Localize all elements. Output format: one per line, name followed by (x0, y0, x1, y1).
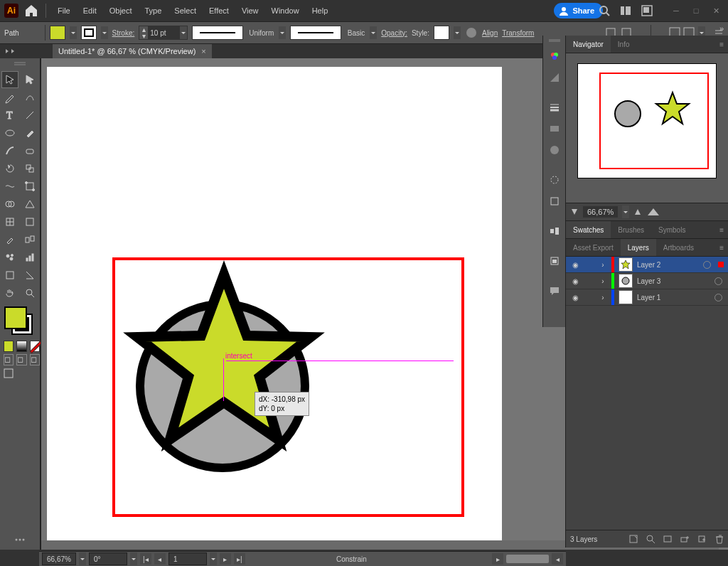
var-width-dropdown[interactable] (279, 26, 286, 39)
layer-name[interactable]: Layer 3 (637, 277, 660, 285)
libraries-panel-icon[interactable] (545, 251, 564, 271)
locate-icon[interactable] (646, 534, 655, 544)
color-mode-icon[interactable] (4, 341, 14, 352)
expand-panels-icon[interactable]: » (719, 24, 724, 33)
panel-menu-icon[interactable]: ≡ (719, 226, 724, 234)
document-tab[interactable]: Untitled-1* @ 66,67 % (CMYK/Preview) × (53, 44, 212, 58)
zoom-out-icon[interactable] (570, 208, 579, 216)
fill-dropdown[interactable] (70, 26, 77, 39)
chevron-right-icon[interactable]: › (599, 277, 607, 285)
home-icon[interactable] (24, 4, 38, 18)
menu-help[interactable]: Help (312, 6, 328, 15)
status-art-dd[interactable] (210, 552, 217, 565)
draw-inside-icon[interactable]: ◻ (30, 354, 40, 365)
status-artboard[interactable]: 1 (168, 552, 207, 565)
arrange-icon[interactable] (641, 5, 653, 16)
zoom-tool[interactable] (21, 284, 38, 301)
scroll-left-icon[interactable]: ▸ (492, 553, 503, 565)
menu-select[interactable]: Select (174, 6, 196, 15)
align-panel-icon[interactable] (545, 221, 564, 241)
tab-navigator[interactable]: Navigator (566, 36, 611, 53)
stroke-panel-icon[interactable] (545, 97, 564, 117)
menu-view[interactable]: View (242, 6, 259, 15)
blend-tool[interactable] (21, 231, 38, 248)
artboard-tool[interactable] (1, 267, 18, 284)
stroke-swatch[interactable] (81, 26, 97, 40)
gradient-tool[interactable] (21, 213, 38, 230)
status-zoom-dd[interactable] (79, 552, 86, 565)
edit-toolbar-icon[interactable] (14, 534, 26, 545)
visibility-icon[interactable]: ◉ (569, 294, 582, 301)
zoom-slider-min-icon[interactable] (633, 208, 642, 216)
menu-edit[interactable]: Edit (83, 6, 97, 15)
navigator-preview[interactable] (566, 53, 728, 203)
layer-row[interactable]: ◉ › Layer 2 (566, 257, 728, 273)
tab-info[interactable]: Info (611, 36, 637, 53)
eyedropper-tool[interactable] (1, 231, 18, 248)
target-icon[interactable] (714, 277, 722, 285)
status-rot-dd[interactable] (130, 552, 137, 565)
scroll-right-icon[interactable]: ◂ (552, 553, 563, 565)
direct-select-tool[interactable] (21, 71, 38, 88)
first-artboard-icon[interactable]: |◂ (140, 553, 151, 565)
chevron-right-icon[interactable]: › (599, 261, 607, 269)
hscroll-thumb[interactable] (506, 555, 549, 563)
comments-panel-icon[interactable] (545, 281, 564, 301)
tab-swatches[interactable]: Swatches (566, 221, 611, 238)
workspace-icon[interactable] (620, 5, 631, 16)
type-tool[interactable]: T (1, 107, 18, 124)
shapebuilder-tool[interactable] (1, 196, 18, 213)
mask-icon[interactable] (663, 534, 673, 544)
share-button[interactable]: Share (554, 3, 603, 18)
perspective-tool[interactable] (21, 196, 38, 213)
menu-object[interactable]: Object (109, 6, 132, 15)
slice-tool[interactable] (21, 267, 38, 284)
new-layer-icon[interactable] (697, 534, 707, 544)
layer-row[interactable]: ◉ › Layer 1 (566, 289, 728, 306)
target-icon[interactable] (703, 261, 711, 269)
visibility-icon[interactable]: ◉ (569, 277, 582, 285)
draw-behind-icon[interactable]: ◻ (16, 354, 26, 365)
zoom-slider-max-icon[interactable] (646, 208, 660, 216)
menu-effect[interactable]: Effect (209, 6, 229, 15)
none-mode-icon[interactable] (30, 341, 40, 352)
var-width-profile[interactable]: Uniform (192, 26, 243, 40)
search-icon[interactable] (599, 5, 610, 16)
tab-nav-icon[interactable] (4, 48, 18, 55)
gfx-style-dropdown[interactable] (454, 26, 461, 39)
new-sublayer-icon[interactable] (680, 534, 690, 544)
menu-window[interactable]: Window (272, 6, 299, 15)
menu-file[interactable]: File (58, 6, 70, 15)
stroke-weight-field[interactable]: ▴▾ (139, 26, 188, 40)
tab-layers[interactable]: Layers (621, 239, 656, 256)
tab-asset-export[interactable]: Asset Export (566, 239, 621, 256)
export-icon[interactable] (628, 534, 638, 544)
scale-tool[interactable] (21, 160, 38, 177)
stroke-dropdown[interactable] (101, 26, 108, 39)
rotate-tool[interactable] (1, 160, 18, 177)
tab-artboards[interactable]: Artboards (656, 239, 701, 256)
layer-row[interactable]: ◉ › Layer 3 (566, 273, 728, 289)
panel-menu-icon[interactable]: ≡ (719, 244, 724, 252)
brush-tool[interactable] (1, 142, 18, 159)
paintbrush-tool[interactable] (21, 124, 38, 142)
chevron-right-icon[interactable]: › (599, 294, 607, 301)
eraser-tool[interactable] (21, 142, 38, 159)
trash-icon[interactable] (714, 534, 724, 544)
menu-type[interactable]: Type (145, 6, 162, 15)
fill-color-icon[interactable] (4, 306, 27, 329)
prev-artboard-icon[interactable]: ◂ (154, 553, 166, 565)
curvature-tool[interactable] (21, 89, 38, 106)
close-icon[interactable]: ✕ (710, 6, 722, 16)
tab-close-icon[interactable]: × (201, 47, 205, 55)
ellipse-tool[interactable] (1, 124, 18, 142)
width-tool[interactable] (1, 178, 18, 195)
brush-dropdown[interactable] (370, 26, 377, 39)
pen-tool[interactable] (1, 89, 18, 106)
visibility-icon[interactable]: ◉ (569, 261, 582, 269)
appearance-panel-icon[interactable] (545, 170, 564, 190)
freetransform-tool[interactable] (21, 178, 38, 195)
gradient-panel-icon[interactable] (545, 119, 564, 139)
hand-tool[interactable] (1, 284, 18, 301)
color-panel-icon[interactable] (545, 46, 564, 66)
